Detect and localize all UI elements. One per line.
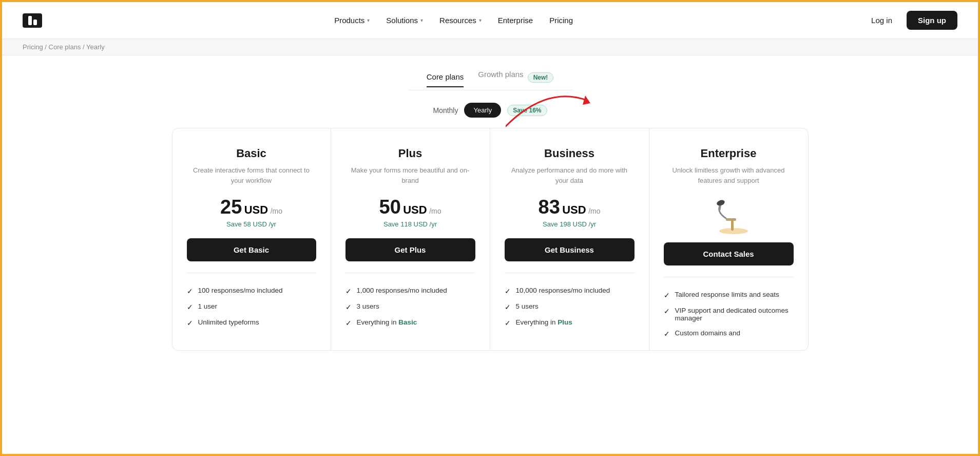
nav-resources[interactable]: Resources ▾ <box>439 16 482 25</box>
pricing-section: Basic Create interactive forms that conn… <box>2 118 978 351</box>
nav-solutions[interactable]: Solutions ▾ <box>386 16 423 25</box>
get-plus-button[interactable]: Get Plus <box>345 238 475 261</box>
toggle-pill[interactable]: Yearly <box>464 103 501 118</box>
feature-business-1: ✓ 10,000 responses/mo included <box>505 287 635 295</box>
plan-save-plus: Save 118 USD /yr <box>345 220 475 228</box>
login-button[interactable]: Log in <box>865 12 898 29</box>
feature-plus-1: ✓ 1,000 responses/mo included <box>345 287 475 295</box>
get-basic-button[interactable]: Get Basic <box>187 238 316 261</box>
plan-title-basic: Basic <box>187 147 316 160</box>
plan-features-basic: ✓ 100 responses/mo included ✓ 1 user ✓ U… <box>187 287 316 327</box>
plan-desc-business: Analyze performance and do more with you… <box>505 165 635 186</box>
plan-desc-plus: Make your forms more beautiful and on-br… <box>345 165 475 186</box>
monthly-label: Monthly <box>433 106 458 115</box>
plan-price-basic: 25 USD /mo <box>187 196 316 218</box>
chevron-down-icon: ▾ <box>367 17 370 23</box>
feature-basic-3: ✓ Unlimited typeforms <box>187 318 316 327</box>
chevron-down-icon: ▾ <box>479 17 482 23</box>
check-icon: ✓ <box>187 319 193 327</box>
plan-card-business: Business Analyze performance and do more… <box>490 128 649 351</box>
plan-save-basic: Save 58 USD /yr <box>187 220 316 228</box>
plan-card-basic: Basic Create interactive forms that conn… <box>172 128 331 351</box>
signup-button[interactable]: Sign up <box>907 11 957 30</box>
plan-price-plus: 50 USD /mo <box>345 196 475 218</box>
contact-sales-button[interactable]: Contact Sales <box>664 242 794 265</box>
feature-plus-2: ✓ 3 users <box>345 302 475 311</box>
check-icon: ✓ <box>345 287 352 295</box>
nav-enterprise[interactable]: Enterprise <box>498 16 533 25</box>
navbar: Products ▾ Solutions ▾ Resources ▾ Enter… <box>2 2 978 39</box>
check-icon: ✓ <box>505 287 511 295</box>
yearly-option[interactable]: Yearly <box>467 105 498 116</box>
plan-desc-basic: Create interactive forms that connect to… <box>187 165 316 186</box>
check-icon: ✓ <box>345 303 352 311</box>
feature-enterprise-3: ✓ Custom domains and <box>664 329 794 338</box>
check-icon: ✓ <box>505 319 511 327</box>
svg-rect-2 <box>731 219 734 231</box>
feature-enterprise-1: ✓ Tailored response limits and seats <box>664 291 794 299</box>
check-icon: ✓ <box>664 330 670 338</box>
svg-marker-0 <box>583 96 590 105</box>
plan-features-enterprise: ✓ Tailored response limits and seats ✓ V… <box>664 291 794 338</box>
chevron-down-icon: ▾ <box>420 17 423 23</box>
nav-right: Log in Sign up <box>865 11 957 30</box>
svg-rect-3 <box>726 218 736 221</box>
feature-basic-2: ✓ 1 user <box>187 302 316 311</box>
plan-title-enterprise: Enterprise <box>664 147 794 160</box>
check-icon: ✓ <box>187 287 193 295</box>
nav-pricing[interactable]: Pricing <box>549 16 573 25</box>
feature-plus-3: ✓ Everything in Basic <box>345 318 475 327</box>
plan-title-plus: Plus <box>345 147 475 160</box>
plan-desc-enterprise: Unlock limitless growth with advanced fe… <box>664 165 794 186</box>
nav-products[interactable]: Products ▾ <box>334 16 370 25</box>
new-badge: New! <box>528 72 554 83</box>
logo[interactable] <box>23 13 42 28</box>
check-icon: ✓ <box>664 307 670 315</box>
feature-business-3: ✓ Everything in Plus <box>505 318 635 327</box>
plan-card-enterprise: Enterprise Unlock limitless growth with … <box>649 128 809 351</box>
feature-basic-1: ✓ 100 responses/mo included <box>187 287 316 295</box>
feature-enterprise-2: ✓ VIP support and dedicated outcomes man… <box>664 307 794 322</box>
check-icon: ✓ <box>505 303 511 311</box>
plan-price-business: 83 USD /mo <box>505 196 635 218</box>
check-icon: ✓ <box>187 303 193 311</box>
plan-features-plus: ✓ 1,000 responses/mo included ✓ 3 users … <box>345 287 475 327</box>
get-business-button[interactable]: Get Business <box>505 238 635 261</box>
plan-card-plus: Plus Make your forms more beautiful and … <box>331 128 490 351</box>
plan-features-business: ✓ 10,000 responses/mo included ✓ 5 users… <box>505 287 635 327</box>
check-icon: ✓ <box>345 319 352 327</box>
tabs-section: Core plans Growth plans New! Monthly Yea… <box>2 55 978 118</box>
plan-save-business: Save 198 USD /yr <box>505 220 635 228</box>
nav-center: Products ▾ Solutions ▾ Resources ▾ Enter… <box>334 16 573 25</box>
feature-business-2: ✓ 5 users <box>505 302 635 311</box>
check-icon: ✓ <box>664 291 670 299</box>
enterprise-illustration <box>664 196 794 237</box>
tab-growth-plans[interactable]: Growth plans <box>478 70 523 85</box>
plan-title-business: Business <box>505 147 635 160</box>
sub-nav: Pricing / Core plans / Yearly <box>2 39 978 55</box>
tab-core-plans[interactable]: Core plans <box>427 72 464 87</box>
